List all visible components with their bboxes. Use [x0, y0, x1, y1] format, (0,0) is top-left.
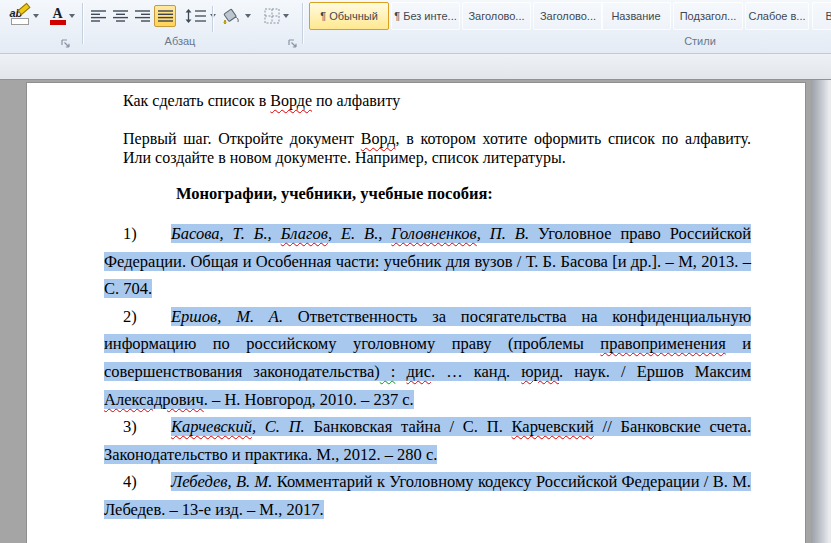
group-divider: [302, 3, 303, 44]
list-item[interactable]: 4)Лебедев, В. М. Комментарий к Уголовном…: [104, 468, 751, 523]
list-item[interactable]: 3)Карчевский, С. П. Банковская тайна / С…: [104, 413, 751, 468]
group-divider: [82, 3, 83, 44]
style-gallery-item[interactable]: Подзагол...: [673, 2, 743, 30]
button-divider: [212, 6, 213, 32]
chevron-down-icon: [69, 14, 75, 18]
text-segment: Головненков: [391, 224, 476, 243]
chevron-down-icon: [283, 14, 289, 18]
text-segment: дис: [406, 362, 431, 381]
text-segment: правоприменения: [600, 334, 725, 353]
vertical-scrollbar[interactable]: [811, 80, 831, 543]
bibliography-list: 1)Басова, Т. Б., Благов, Е. В., Головнен…: [104, 220, 751, 524]
text-segment: Басова, Т. Б.,: [171, 224, 281, 243]
text-segment: Как сделать список в: [123, 92, 270, 109]
text-segment: Ворд: [361, 130, 396, 147]
ribbon: ab A: [0, 0, 831, 54]
style-gallery-item[interactable]: Заголово...: [462, 2, 531, 30]
text-segment: Первый шаг. Откройте документ: [123, 130, 361, 147]
text-segment: [395, 362, 406, 381]
text-segment: Ворде: [270, 92, 312, 109]
paragraph-dialog-launcher[interactable]: [287, 35, 299, 47]
text-segment: Ершов, М. А.: [171, 307, 283, 326]
window-band: [0, 54, 831, 80]
align-center-button[interactable]: [110, 5, 131, 27]
styles-group-label: Стили: [610, 35, 790, 47]
font-color-bar: [50, 20, 66, 25]
align-right-button[interactable]: [132, 5, 153, 27]
font-dialog-launcher[interactable]: [60, 35, 72, 47]
text-segment: , П. В.: [477, 224, 529, 243]
list-item[interactable]: 1)Басова, Т. Б., Благов, Е. В., Головнен…: [104, 220, 751, 303]
list-item-number: 3): [123, 413, 171, 441]
document-area: Как сделать список в Ворде по алфавиту П…: [0, 80, 831, 543]
list-item-number: 4): [123, 468, 171, 496]
font-color-letter: A: [52, 6, 62, 21]
chevron-down-icon: [245, 14, 251, 18]
font-color-button[interactable]: A: [46, 3, 78, 28]
text-segment: Лебедев, В. М.: [171, 472, 272, 491]
paragraph-group-label: Абзац: [90, 35, 270, 47]
align-left-button[interactable]: [88, 5, 109, 27]
align-justify-button[interactable]: [154, 5, 176, 27]
doc-title-paragraph[interactable]: Как сделать список в Ворде по алфавиту: [123, 91, 751, 110]
text-segment: Карчевский: [171, 417, 252, 436]
font-color-icon: A: [50, 6, 66, 26]
text-segment: . наук. / Ершов Максим: [559, 362, 751, 381]
text-segment: . – Н. Новгород, 2010. – 237 с.: [204, 390, 414, 409]
text-segment: Карчевский: [512, 417, 594, 436]
selected-text: Карчевский, С. П. Банковская тайна / С. …: [104, 417, 751, 464]
text-segment: , С. П.: [252, 417, 305, 436]
highlighter-pen-icon: [17, 2, 30, 14]
style-gallery-item[interactable]: ¶ Без инте...: [391, 2, 460, 30]
highlight-color-bar: [11, 18, 29, 25]
style-gallery-item[interactable]: ¶ Обычный: [309, 2, 389, 30]
text-highlight-icon: ab: [10, 6, 30, 26]
shading-button[interactable]: [218, 5, 254, 27]
text-segment: . … канд.: [431, 362, 521, 381]
text-segment: Благов: [281, 224, 328, 243]
text-segment: :: [380, 362, 396, 381]
doc-section-heading[interactable]: Монографии, учебники, учебные пособия:: [176, 184, 751, 203]
borders-button[interactable]: [258, 5, 294, 27]
list-item-number: 1): [123, 220, 171, 248]
text-segment: Банковская тайна / С. П.: [305, 417, 512, 436]
selected-text: Басова, Т. Б., Благов, Е. В., Головненко…: [104, 224, 751, 298]
chevron-down-icon: [33, 14, 39, 18]
style-gallery-item[interactable]: Название: [601, 2, 671, 30]
selected-text: Лебедев, В. М. Комментарий к Уголовному …: [104, 472, 751, 519]
style-gallery-item[interactable]: Слабое в...: [745, 2, 809, 30]
list-item[interactable]: 2)Ершов, М. А. Ответственность за посяга…: [104, 303, 751, 413]
text-segment: юрид: [521, 362, 559, 381]
style-gallery-item[interactable]: Заголово...: [533, 2, 603, 30]
document-page[interactable]: Как сделать список в Ворде по алфавиту П…: [26, 82, 806, 543]
text-segment: по алфавиту: [312, 92, 400, 109]
selected-text: Ершов, М. А. Ответственность за посягате…: [104, 307, 751, 409]
text-segment: , Е. В.,: [328, 224, 391, 243]
doc-intro-paragraph[interactable]: Первый шаг. Откройте документ Ворд, в ко…: [123, 130, 751, 167]
style-gallery-item[interactable]: Вы: [812, 2, 831, 30]
text-highlight-color-button[interactable]: ab: [5, 3, 43, 28]
list-item-number: 2): [123, 303, 171, 331]
text-segment: Алексадрович: [104, 390, 204, 409]
